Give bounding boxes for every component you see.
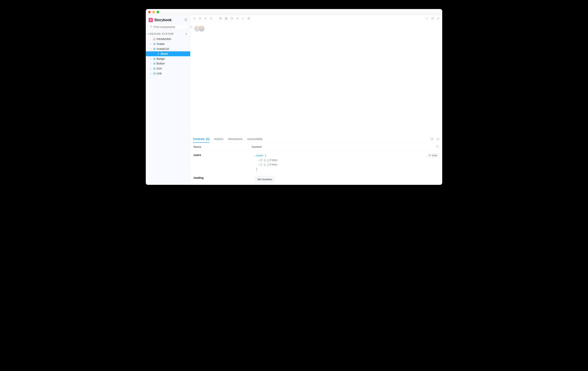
set-boolean-button[interactable]: Set boolean — [255, 176, 275, 183]
tab-label: Actions — [214, 138, 223, 141]
sidebar-item-label: Avatar — [157, 42, 165, 46]
addons-tabs: Controls (4) Actions Interactions Access… — [190, 136, 442, 143]
fullscreen-icon[interactable] — [425, 17, 429, 20]
zoom-in-icon[interactable] — [199, 17, 202, 20]
toolbar-divider — [216, 17, 216, 20]
brand-name: Storybook — [154, 18, 172, 22]
tab-label: Controls — [193, 138, 205, 141]
sidebar-item-label: Icon — [157, 67, 162, 70]
svg-rect-10 — [226, 19, 227, 20]
component-icon: ⊞ — [153, 62, 156, 65]
sidebar-item-button[interactable]: ▸ ⊞ Button — [146, 61, 190, 66]
sidebar-item-avatarlist[interactable]: ▾ ⊞ AvatarList — [146, 46, 190, 51]
sidebar: S Storybook / ▾DESIGN SYSTEM ⇅ — [146, 15, 190, 185]
grid-icon[interactable] — [225, 17, 228, 20]
search-input[interactable] — [154, 25, 189, 29]
section-label-text: DESIGN SYSTEM — [150, 33, 174, 35]
sync-icon[interactable] — [193, 17, 196, 20]
zoom-window-icon[interactable] — [157, 11, 159, 13]
component-icon: ⊞ — [153, 67, 156, 70]
sidebar-header: S Storybook — [146, 15, 190, 24]
sidebar-item-avatar[interactable]: ▸ ⊞ Avatar — [146, 42, 190, 46]
json-tree-control[interactable]: ▾users : [ ▸0 : {...} 3 keys ▸1 : {...} … — [255, 153, 427, 171]
panel-orientation-icon[interactable] — [430, 138, 433, 141]
outline-icon[interactable] — [242, 17, 245, 20]
background-icon[interactable] — [219, 17, 222, 20]
control-row-loading: loading Set boolean — [190, 174, 442, 185]
sidebar-story-short[interactable]: Short — [146, 51, 190, 56]
avatar — [198, 25, 205, 32]
search-icon — [150, 25, 152, 29]
tab-actions[interactable]: Actions — [214, 136, 223, 143]
tab-label: Accessibility — [247, 138, 262, 141]
svg-rect-13 — [242, 18, 244, 19]
controls-header-row: Name Control — [190, 143, 442, 151]
sidebar-item-icon[interactable]: ▸ ⊞ Icon — [146, 66, 190, 71]
reset-controls-icon[interactable] — [436, 145, 439, 149]
avatarlist-preview — [194, 25, 439, 32]
main-panel: Controls (4) Actions Interactions Access… — [190, 15, 442, 185]
titlebar — [146, 9, 442, 15]
app-window: S Storybook / ▾DESIGN SYSTEM ⇅ — [146, 9, 442, 185]
svg-rect-9 — [225, 19, 226, 20]
raw-toggle-button[interactable]: RAW — [427, 153, 439, 158]
tab-controls[interactable]: Controls (4) — [193, 136, 209, 143]
close-window-icon[interactable] — [148, 11, 151, 13]
col-name: Name — [194, 145, 201, 148]
svg-rect-8 — [226, 17, 227, 18]
sidebar-item-introduction[interactable]: ▤ Introduction — [146, 37, 190, 42]
component-icon: ⊞ — [153, 57, 156, 60]
component-icon: ⊞ — [153, 47, 156, 51]
bookmark-icon — [157, 52, 159, 55]
close-panel-icon[interactable] — [436, 138, 440, 141]
raw-label: RAW — [432, 154, 437, 157]
svg-rect-11 — [231, 17, 233, 19]
storybook-logo-icon: S — [149, 18, 153, 22]
sidebar-item-label: Button — [157, 62, 165, 65]
sidebar-item-link[interactable]: ▸ ⊞ Link — [146, 71, 190, 76]
minimize-window-icon[interactable] — [152, 11, 155, 13]
component-icon: ⊞ — [153, 72, 156, 75]
nav-tree: ▤ Introduction ▸ ⊞ Avatar ▾ ⊞ AvatarList — [146, 37, 190, 76]
zoom-reset-icon[interactable] — [210, 17, 213, 20]
col-control: Control — [252, 145, 262, 148]
tab-count: (4) — [205, 138, 210, 141]
viewport-icon[interactable] — [230, 17, 233, 20]
accessibility-icon[interactable] — [247, 17, 250, 20]
svg-point-0 — [185, 19, 186, 20]
brand[interactable]: S Storybook — [149, 18, 172, 22]
sort-icon[interactable]: ⇅ — [185, 33, 188, 35]
tab-interactions[interactable]: Interactions — [228, 136, 243, 143]
tab-label: Interactions — [228, 138, 243, 141]
tab-accessibility[interactable]: Accessibility — [247, 136, 262, 143]
copy-link-icon[interactable] — [437, 17, 440, 20]
control-name: loading — [194, 176, 254, 183]
svg-point-6 — [220, 18, 220, 18]
measure-icon[interactable] — [236, 17, 239, 20]
sidebar-section-header[interactable]: ▾DESIGN SYSTEM ⇅ — [146, 32, 190, 37]
sidebar-item-label: Badge — [157, 57, 165, 60]
preview-canvas — [190, 22, 442, 135]
svg-point-19 — [429, 155, 430, 156]
settings-icon[interactable] — [184, 18, 188, 22]
component-icon: ⊞ — [153, 42, 156, 46]
svg-point-15 — [249, 18, 249, 18]
svg-point-1 — [150, 26, 152, 27]
search-input-wrap[interactable]: / — [148, 24, 188, 30]
sidebar-item-label: AvatarList — [157, 47, 169, 51]
canvas-toolbar — [190, 15, 442, 22]
sidebar-item-label: Link — [157, 72, 162, 75]
sidebar-story-label: Short — [161, 52, 168, 55]
zoom-out-icon[interactable] — [204, 17, 207, 20]
sidebar-item-label: Introduction — [157, 37, 171, 41]
svg-rect-17 — [431, 138, 433, 140]
sidebar-item-badge[interactable]: ▸ ⊞ Badge — [146, 56, 190, 61]
open-new-tab-icon[interactable] — [431, 17, 434, 20]
control-row-users: users ▾users : [ ▸0 : {...} 3 keys ▸1 : … — [190, 151, 442, 174]
document-icon: ▤ — [153, 37, 156, 41]
control-name: users — [194, 153, 254, 171]
svg-rect-12 — [236, 18, 238, 19]
addons-panel: Controls (4) Actions Interactions Access… — [190, 135, 442, 185]
svg-rect-7 — [225, 17, 226, 18]
eye-icon — [429, 154, 431, 157]
